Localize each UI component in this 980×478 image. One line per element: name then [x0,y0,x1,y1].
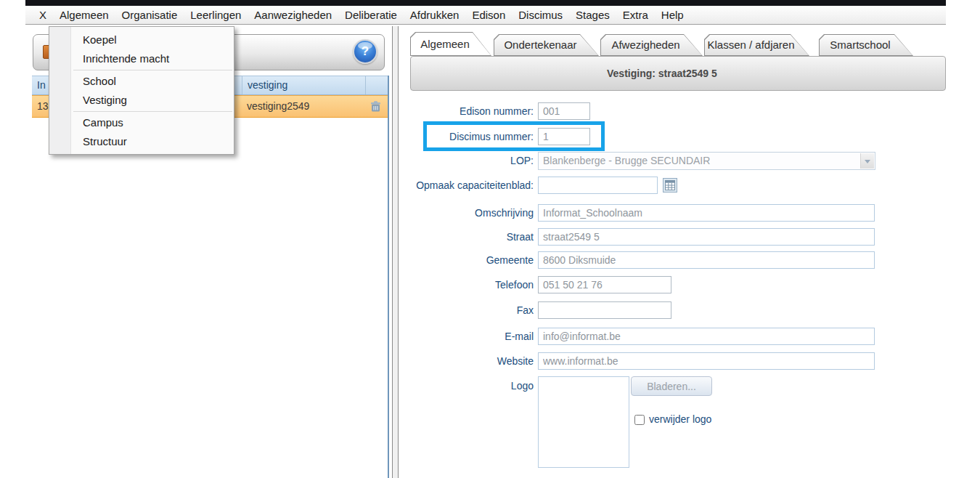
tab-label: Afwezigheden [600,34,703,56]
lop-value: Blankenberge - Brugge SECUNDAIR [543,153,710,169]
logo-label: Logo [396,377,534,394]
tab-algemeen[interactable]: Algemeen [410,32,491,56]
omschrijving-label: Omschrijving [396,204,534,222]
menu-item-x[interactable]: X [33,6,53,25]
tab-ondertekenaar[interactable]: Ondertekenaar [494,34,599,56]
gemeente-input[interactable] [538,251,875,269]
straat-input[interactable] [538,228,875,246]
tab-label: Ondertekenaar [494,34,599,56]
menu-item-koepel[interactable]: Koepel [49,31,234,49]
fax-input[interactable] [538,301,671,319]
menu-item-discimus[interactable]: Discimus [512,6,569,25]
grid-column-vestiging[interactable]: vestiging [242,76,365,94]
remove-logo-label: verwijder logo [649,413,711,425]
gemeente-label: Gemeente [396,251,534,269]
row-cell-vestiging: vestiging2549 [242,96,365,117]
lop-select[interactable]: Blankenberge - Brugge SECUNDAIR [538,152,875,170]
delete-row-icon[interactable] [368,100,383,113]
help-icon: ? [362,44,369,58]
website-input[interactable] [538,352,875,370]
tab-klassen-afdjaren[interactable]: Klassen / afdjaren [704,34,809,56]
menu-item-organisatie[interactable]: Organisatie [115,6,184,25]
email-label: E-mail [396,328,534,345]
fax-label: Fax [396,301,534,319]
menu-item-edison[interactable]: Edison [465,6,512,25]
browse-button[interactable]: Bladeren... [631,376,712,396]
menubar: X Algemeen Organisatie Leerlingen Aanwez… [25,6,946,25]
menu-item-stages[interactable]: Stages [569,6,616,25]
menu-item-extra[interactable]: Extra [616,6,655,25]
menu-item-inrichtende-macht[interactable]: Inrichtende macht [49,49,234,68]
tab-afwezigheden[interactable]: Afwezigheden [600,34,703,56]
menu-item-campus[interactable]: Campus [49,113,234,132]
opmaak-capaciteitenblad-input[interactable] [538,177,658,194]
edison-nummer-input[interactable] [538,102,590,120]
menu-item-structuur[interactable]: Structuur [49,132,234,151]
telefoon-label: Telefoon [396,276,534,293]
menu-separator [73,70,232,70]
menu-item-afdrukken[interactable]: Afdrukken [404,6,466,25]
tab-smartschool[interactable]: Smartschool [819,34,913,56]
tab-label: Smartschool [819,34,913,56]
telefoon-input[interactable] [538,276,671,293]
menu-separator [73,111,232,112]
opmaak-capaciteitenblad-label: Opmaak capaciteitenblad: [396,177,534,194]
menu-item-algemeen[interactable]: Algemeen [53,6,115,25]
menu-item-aanwezigheden[interactable]: Aanwezigheden [248,6,338,25]
menu-item-school[interactable]: School [49,72,234,91]
algemeen-dropdown-menu: Koepel Inrichtende macht School Vestigin… [49,26,234,155]
straat-label: Straat [396,228,534,246]
grid-right-border [388,76,389,478]
remove-logo-checkbox[interactable] [634,415,645,425]
menu-item-deliberatie[interactable]: Deliberatie [338,6,404,25]
email-input[interactable] [538,328,875,345]
section-header: Vestiging: straat2549 5 [410,56,946,91]
discimus-nummer-input[interactable] [538,128,590,145]
menu-item-vestiging[interactable]: Vestiging [49,91,234,110]
calendar-icon[interactable] [663,178,677,193]
lop-label: LOP: [396,152,534,169]
tab-label: Algemeen [410,32,491,56]
edison-nummer-label: Edison nummer: [396,102,534,120]
discimus-nummer-label: Discimus nummer: [396,128,534,145]
website-label: Website [396,352,534,370]
omschrijving-input[interactable] [538,204,875,222]
section-title: Vestiging: straat2549 5 [607,57,717,90]
help-button[interactable]: ? [353,39,377,64]
menu-item-leerlingen[interactable]: Leerlingen [184,6,248,25]
tab-label: Klassen / afdjaren [704,34,809,56]
app-window: X Algemeen Organisatie Leerlingen Aanwez… [0,0,980,478]
dropdown-arrow-icon[interactable] [860,153,874,169]
grid-column-actions [365,76,389,94]
menu-item-help[interactable]: Help [655,6,690,25]
logo-preview-box [538,376,629,468]
